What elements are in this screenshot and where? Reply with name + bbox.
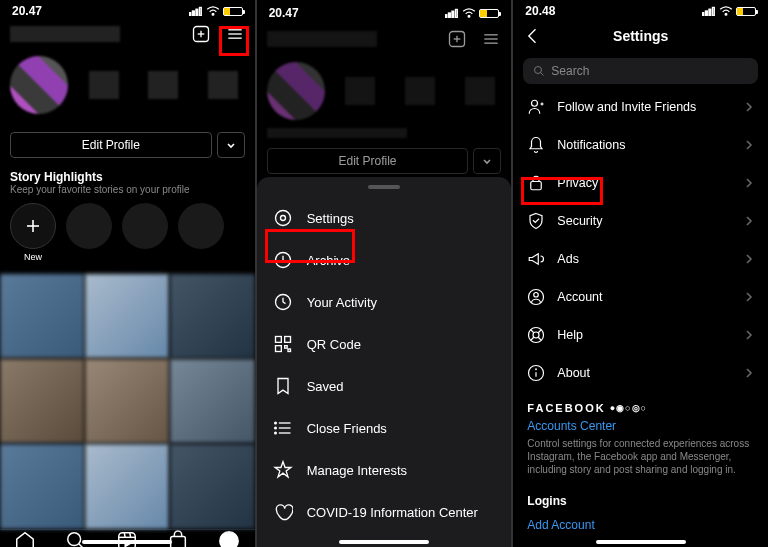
svg-point-33 <box>275 211 290 226</box>
profile-topbar <box>0 18 255 50</box>
search-placeholder: Search <box>551 64 589 78</box>
chevron-right-icon <box>744 292 754 302</box>
activity-icon <box>273 292 293 312</box>
highlight-new[interactable]: New <box>10 203 56 262</box>
avatar[interactable] <box>10 56 68 114</box>
svg-point-44 <box>274 422 276 424</box>
facebook-logo: FACEBOOK ●◉○◎○ <box>527 402 754 414</box>
menu-covid[interactable]: COVID-19 Information Center <box>257 491 512 533</box>
posts-grid <box>0 274 255 529</box>
facebook-section: FACEBOOK ●◉○◎○ Accounts Center Control s… <box>513 392 768 486</box>
chevron-right-icon <box>744 178 754 188</box>
edit-profile-button[interactable]: Edit Profile <box>10 132 212 158</box>
setting-security[interactable]: Security <box>513 202 768 240</box>
setting-about[interactable]: About <box>513 354 768 392</box>
sheet-handle[interactable] <box>368 185 400 189</box>
menu-qr[interactable]: QR Code <box>257 323 512 365</box>
svg-rect-40 <box>288 349 291 352</box>
setting-help[interactable]: Help <box>513 316 768 354</box>
setting-account[interactable]: Account <box>513 278 768 316</box>
svg-line-65 <box>539 337 542 340</box>
wifi-icon <box>206 6 220 16</box>
menu-saved[interactable]: Saved <box>257 365 512 407</box>
home-indicator[interactable] <box>82 540 172 544</box>
home-indicator[interactable] <box>596 540 686 544</box>
setting-ads[interactable]: Ads <box>513 240 768 278</box>
post-thumbnail[interactable] <box>0 274 84 358</box>
svg-point-45 <box>274 427 276 429</box>
wifi-icon <box>462 8 476 18</box>
status-bar: 20.48 <box>513 0 768 18</box>
svg-rect-47 <box>702 13 704 16</box>
home-indicator[interactable] <box>339 540 429 544</box>
svg-rect-48 <box>706 11 708 15</box>
menu-label: COVID-19 Information Center <box>307 505 478 520</box>
gear-icon <box>273 208 293 228</box>
search-icon[interactable] <box>65 530 87 547</box>
post-thumbnail[interactable] <box>0 359 84 443</box>
highlight-placeholder <box>178 203 224 249</box>
accounts-center-desc: Control settings for connected experienc… <box>527 437 754 476</box>
avatar <box>267 62 325 120</box>
menu-activity[interactable]: Your Activity <box>257 281 512 323</box>
svg-line-62 <box>531 330 534 333</box>
star-icon <box>273 460 293 480</box>
posts-stat[interactable] <box>89 71 119 99</box>
profile-icon[interactable] <box>218 530 240 547</box>
setting-label: Account <box>557 290 602 304</box>
post-thumbnail[interactable] <box>170 359 254 443</box>
reels-icon[interactable] <box>116 530 138 547</box>
menu-close-friends[interactable]: Close Friends <box>257 407 512 449</box>
bell-icon <box>527 136 545 154</box>
status-time: 20.47 <box>12 4 42 18</box>
accounts-center-link[interactable]: Accounts Center <box>527 417 754 435</box>
home-icon[interactable] <box>14 530 36 547</box>
menu-screen: 20.47 Edit Profile Story <box>257 0 512 547</box>
setting-label: Ads <box>557 252 579 266</box>
svg-point-4 <box>212 14 214 16</box>
post-thumbnail[interactable] <box>85 359 169 443</box>
post-thumbnail[interactable] <box>85 444 169 528</box>
svg-rect-49 <box>709 9 711 15</box>
setting-notifications[interactable]: Notifications <box>513 126 768 164</box>
settings-header: Settings <box>513 18 768 54</box>
signal-icon <box>445 8 459 18</box>
back-icon[interactable] <box>523 26 543 46</box>
menu-interests[interactable]: Manage Interests <box>257 449 512 491</box>
followers-stat[interactable] <box>148 71 178 99</box>
create-icon[interactable] <box>191 24 211 44</box>
chevron-right-icon <box>744 254 754 264</box>
svg-rect-21 <box>445 15 447 18</box>
highlight-box-menu <box>219 26 249 56</box>
plus-icon <box>24 217 42 235</box>
post-thumbnail[interactable] <box>170 444 254 528</box>
settings-screen: 20.48 Settings Search Follow and Invite … <box>513 0 768 547</box>
discover-people-button[interactable] <box>217 132 245 158</box>
highlight-box-security <box>521 177 603 205</box>
menu-label: Close Friends <box>307 421 387 436</box>
battery-icon <box>736 7 756 16</box>
post-thumbnail[interactable] <box>0 444 84 528</box>
setting-follow-invite[interactable]: Follow and Invite Friends <box>513 88 768 126</box>
svg-point-32 <box>280 216 285 221</box>
megaphone-icon <box>527 250 545 268</box>
list-icon <box>273 418 293 438</box>
post-thumbnail[interactable] <box>170 274 254 358</box>
tab-bar <box>0 529 255 547</box>
username[interactable] <box>10 26 120 42</box>
post-thumbnail[interactable] <box>85 274 169 358</box>
svg-point-25 <box>469 16 471 18</box>
shield-icon <box>527 212 545 230</box>
add-account-link[interactable]: Add Account <box>513 510 768 540</box>
svg-point-61 <box>533 332 539 338</box>
svg-line-64 <box>531 337 534 340</box>
search-input[interactable]: Search <box>523 58 758 84</box>
following-stat[interactable] <box>208 71 238 99</box>
highlights-title: Story Highlights <box>0 166 255 184</box>
svg-rect-38 <box>275 346 281 352</box>
shop-icon[interactable] <box>167 530 189 547</box>
svg-rect-2 <box>196 9 198 15</box>
status-icons <box>702 6 756 16</box>
person-plus-icon <box>527 98 545 116</box>
menu-label: Settings <box>307 211 354 226</box>
